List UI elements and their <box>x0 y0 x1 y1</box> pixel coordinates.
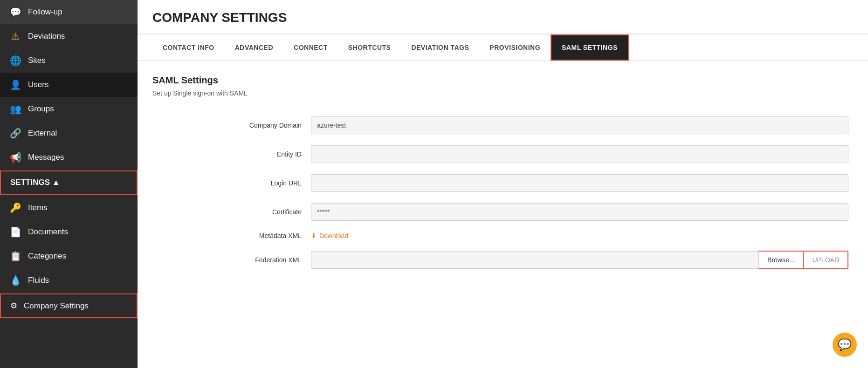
main-content: COMPANY SETTINGS CONTACT INFO ADVANCED C… <box>138 0 868 368</box>
tab-deviation-tags[interactable]: DEVIATION TAGS <box>401 34 479 61</box>
saml-content: SAML Settings Set up Single sign-on with… <box>138 61 868 289</box>
sidebar-item-label: Users <box>28 80 48 89</box>
download-icon: ⬇ <box>311 232 317 239</box>
tab-saml-settings[interactable]: SAML SETTINGS <box>551 34 629 61</box>
sidebar-item-items[interactable]: 🔑 Items <box>0 196 138 220</box>
login-url-label: Login URL <box>152 169 306 198</box>
federation-xml-row: Browse... UPLOAD <box>311 251 848 269</box>
messages-icon: 📢 <box>9 152 21 163</box>
saml-form: Company Domain Entity ID Login URL <box>152 111 853 275</box>
documents-icon: 📄 <box>9 226 21 238</box>
settings-label: SETTINGS ▲ <box>10 178 60 187</box>
sidebar-item-label: External <box>28 129 57 138</box>
federation-xml-label: Federation XML <box>152 245 306 275</box>
sidebar-item-external[interactable]: 🔗 External <box>0 121 138 145</box>
saml-section-title: SAML Settings <box>152 75 853 86</box>
login-url-cell <box>306 169 853 198</box>
certificate-cell <box>306 198 853 226</box>
metadata-xml-label: Metadata XML <box>152 226 306 245</box>
form-row-company-domain: Company Domain <box>152 111 853 140</box>
sidebar: 💬 Follow-up ⚠ Deviations 🌐 Sites 👤 Users… <box>0 0 138 368</box>
tab-connect[interactable]: CONNECT <box>283 34 338 61</box>
sidebar-item-label: Fluids <box>28 276 49 285</box>
follow-up-icon: 💬 <box>9 7 21 18</box>
categories-icon: 📋 <box>9 251 21 262</box>
sidebar-item-groups[interactable]: 👥 Groups <box>0 97 138 121</box>
sidebar-item-label: Groups <box>28 104 54 114</box>
tab-contact-info[interactable]: CONTACT INFO <box>152 34 225 61</box>
tabs-bar: CONTACT INFO ADVANCED CONNECT SHORTCUTS … <box>138 34 868 61</box>
users-icon: 👤 <box>9 79 21 90</box>
sidebar-item-label: Follow-up <box>28 7 62 17</box>
groups-icon: 👥 <box>9 103 21 115</box>
form-row-entity-id: Entity ID <box>152 140 853 169</box>
certificate-label: Certificate <box>152 198 306 226</box>
tab-provisioning[interactable]: PROVISIONING <box>479 34 551 61</box>
deviations-icon: ⚠ <box>9 31 21 42</box>
external-icon: 🔗 <box>9 128 21 139</box>
sidebar-item-sites[interactable]: 🌐 Sites <box>0 48 138 73</box>
form-row-login-url: Login URL <box>152 169 853 198</box>
company-settings-icon: ⚙ <box>10 301 17 311</box>
page-title: COMPANY SETTINGS <box>138 0 868 34</box>
federation-xml-cell: Browse... UPLOAD <box>306 245 853 275</box>
sidebar-item-users[interactable]: 👤 Users <box>0 73 138 97</box>
form-row-federation-xml: Federation XML Browse... UPLOAD <box>152 245 853 275</box>
sidebar-item-documents[interactable]: 📄 Documents <box>0 220 138 244</box>
sidebar-item-categories[interactable]: 📋 Categories <box>0 244 138 268</box>
company-domain-cell <box>306 111 853 140</box>
form-row-certificate: Certificate <box>152 198 853 226</box>
saml-section-subtitle: Set up Single sign-on with SAML <box>152 89 853 97</box>
sidebar-item-company-settings[interactable]: ⚙ Company Settings <box>0 293 138 318</box>
sidebar-item-label: Sites <box>28 56 46 65</box>
sidebar-item-fluids[interactable]: 💧 Fluids <box>0 268 138 293</box>
sidebar-item-label: Deviations <box>28 32 65 41</box>
sidebar-item-label: Messages <box>28 153 64 162</box>
download-link[interactable]: ⬇ Download <box>311 232 848 239</box>
tab-advanced[interactable]: ADVANCED <box>225 34 283 61</box>
download-label: Download <box>319 232 348 239</box>
entity-id-label: Entity ID <box>152 140 306 169</box>
entity-id-input[interactable] <box>311 145 848 163</box>
sidebar-item-label: Documents <box>28 227 68 237</box>
certificate-input[interactable] <box>311 203 848 221</box>
fluids-icon: 💧 <box>9 275 21 286</box>
form-row-metadata-xml: Metadata XML ⬇ Download <box>152 226 853 245</box>
sidebar-item-follow-up[interactable]: 💬 Follow-up <box>0 0 138 24</box>
federation-xml-input[interactable] <box>311 251 758 269</box>
items-icon: 🔑 <box>9 202 21 213</box>
chat-icon: 💬 <box>838 338 852 351</box>
sites-icon: 🌐 <box>9 55 21 66</box>
sidebar-item-label: Categories <box>28 252 66 261</box>
metadata-xml-cell: ⬇ Download <box>306 226 853 245</box>
entity-id-cell <box>306 140 853 169</box>
sidebar-item-messages[interactable]: 📢 Messages <box>0 145 138 170</box>
chat-bubble[interactable]: 💬 <box>833 333 857 357</box>
tab-shortcuts[interactable]: SHORTCUTS <box>338 34 401 61</box>
browse-button[interactable]: Browse... <box>758 251 804 269</box>
company-domain-label: Company Domain <box>152 111 306 140</box>
settings-section-header[interactable]: SETTINGS ▲ <box>0 170 138 195</box>
sidebar-item-label: Company Settings <box>24 301 89 311</box>
login-url-input[interactable] <box>311 174 848 192</box>
upload-button[interactable]: UPLOAD <box>804 251 848 269</box>
sidebar-item-label: Items <box>28 203 48 212</box>
company-domain-input[interactable] <box>311 116 848 134</box>
sidebar-item-deviations[interactable]: ⚠ Deviations <box>0 24 138 48</box>
